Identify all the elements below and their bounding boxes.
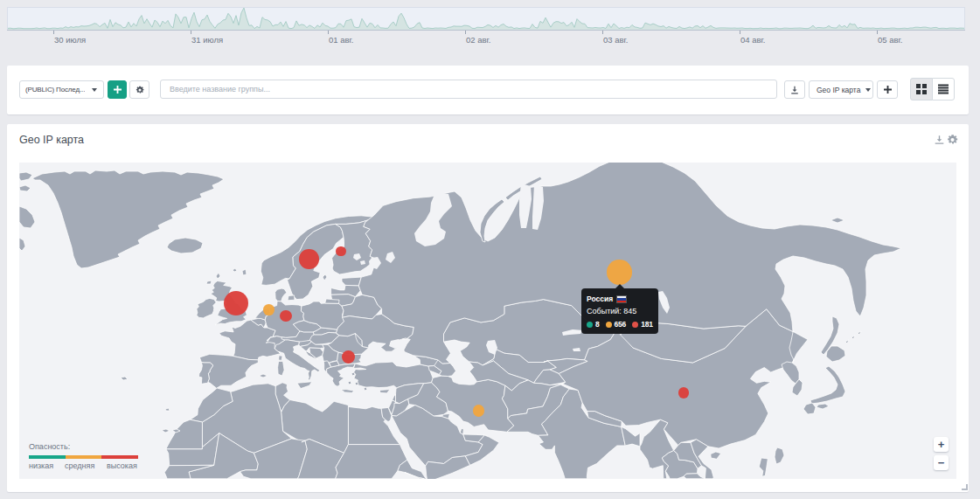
country-taiwan[interactable] [775, 447, 784, 464]
country-azores[interactable] [121, 377, 128, 380]
country-hainan[interactable] [711, 452, 721, 459]
map-bubble-russia[interactable] [607, 260, 632, 285]
map-bubble-germany[interactable] [280, 310, 292, 322]
page: {"page":{"background":"#e9eaee"},"timeli… [0, 0, 980, 499]
country-wsahara[interactable] [166, 419, 202, 449]
country-kaliningrad[interactable] [325, 299, 339, 303]
country-nkorea[interactable] [782, 362, 799, 384]
timeline-area-chart [8, 8, 964, 30]
tooltip-count-dot [587, 322, 593, 328]
map-tooltip: Россия Событий: 845 8656181 [581, 288, 658, 334]
list-icon [938, 84, 949, 94]
world-map[interactable]: Россия Событий: 845 8656181 Опасность: н… [19, 163, 956, 479]
timeline-tick-label: 04 авг. [740, 35, 765, 45]
russia-flag-icon [617, 296, 626, 302]
add-group-button[interactable] [108, 80, 127, 99]
tooltip-count-dot [606, 322, 612, 328]
widget-select-label: Geo IP карта [817, 86, 860, 94]
country-orkney[interactable] [233, 268, 237, 272]
country-iceland[interactable] [167, 238, 203, 253]
country-shetland[interactable] [242, 269, 247, 275]
map-settings-icon[interactable] [947, 134, 958, 146]
list-view-button[interactable] [932, 78, 955, 100]
zoom-out-button[interactable]: − [934, 455, 949, 470]
timeline-tick [191, 31, 191, 34]
tooltip-count-value: 181 [641, 320, 653, 329]
country-sicily[interactable] [297, 382, 312, 389]
country-aegean3[interactable] [355, 382, 358, 385]
download-icon [790, 86, 799, 94]
group-select-dropdown[interactable]: (PUBLIC) Послед... [19, 80, 104, 99]
download-button[interactable] [784, 80, 805, 99]
country-aegean1[interactable] [351, 372, 355, 376]
toolbar: (PUBLIC) Послед... Geo IP карта [7, 66, 969, 114]
country-corsica[interactable] [279, 356, 283, 361]
country-canada2[interactable] [19, 185, 31, 191]
country-zealand[interactable] [288, 295, 295, 301]
timeline-tick-label: 31 июля [191, 35, 223, 45]
map-bubble-netherlands[interactable] [263, 304, 275, 315]
plus-icon [884, 86, 892, 94]
country-canada3[interactable] [19, 206, 35, 228]
map-bubble-iran[interactable] [473, 405, 484, 416]
timeline-tick [602, 31, 603, 34]
country-luzon[interactable] [759, 458, 768, 476]
map-bubble-sweden[interactable] [299, 249, 319, 269]
country-canada4[interactable] [19, 238, 25, 251]
legend-segment-высокая [101, 455, 138, 459]
timeline-tick [53, 31, 54, 34]
country-kuril3[interactable] [858, 331, 861, 335]
grid-view-button[interactable] [910, 78, 933, 100]
timeline-plot[interactable] [7, 7, 965, 31]
country-aegean2[interactable] [348, 381, 351, 385]
map-download-icon[interactable] [935, 135, 944, 145]
geo-ip-map-card: Geo IP карта [7, 124, 969, 492]
country-shikoku[interactable] [817, 404, 829, 409]
legend-labels: низкаясредняявысокая [29, 461, 151, 472]
country-greenland[interactable] [32, 170, 224, 268]
country-balearics[interactable] [259, 374, 268, 378]
country-rhodes[interactable] [364, 387, 367, 391]
country-gotland[interactable] [323, 274, 327, 281]
country-cyprus[interactable] [379, 390, 390, 393]
country-wrangel[interactable] [831, 218, 844, 223]
map-bubble-china[interactable] [678, 387, 690, 399]
legend-label: высокая [107, 461, 137, 470]
timeline-tick-label: 30 июля [54, 35, 86, 45]
country-estonia[interactable] [342, 277, 361, 286]
group-settings-button[interactable] [129, 80, 149, 99]
map-bubble-bulgaria[interactable] [342, 350, 355, 364]
country-canada1[interactable] [19, 172, 32, 181]
timeline-tick [465, 31, 466, 34]
country-madeira[interactable] [165, 408, 170, 411]
timeline-tick-label: 01 авг. [329, 35, 353, 45]
legend-segment-средняя [66, 455, 102, 459]
legend-label: средняя [65, 461, 94, 470]
grid-icon [916, 84, 927, 94]
tooltip-counts: 8656181 [587, 320, 653, 329]
resize-handle-icon[interactable] [962, 484, 968, 490]
country-canary1[interactable] [162, 429, 170, 433]
country-sardinia[interactable] [278, 361, 285, 376]
country-hebrides[interactable] [216, 273, 220, 279]
country-ireland[interactable] [197, 298, 216, 318]
country-faroe[interactable] [206, 281, 212, 284]
country-honshu[interactable] [810, 366, 845, 404]
country-crete[interactable] [341, 390, 354, 393]
country-kyushu[interactable] [803, 403, 816, 414]
chevron-down-icon [865, 88, 871, 92]
map-bubble-finland[interactable] [336, 246, 345, 256]
country-kuril1[interactable] [845, 340, 849, 343]
country-sudan[interactable] [336, 445, 407, 479]
add-widget-button[interactable] [877, 80, 898, 99]
zoom-in-button[interactable]: + [934, 437, 949, 452]
country-cambodia[interactable] [684, 474, 705, 479]
timeline-axis [7, 30, 965, 31]
group-name-input[interactable] [160, 80, 777, 99]
country-kuril2[interactable] [851, 336, 855, 339]
timeline-tick [740, 31, 740, 34]
country-denmark[interactable] [275, 288, 287, 301]
timeline-tick [328, 31, 329, 34]
widget-select-dropdown[interactable]: Geo IP карта [809, 80, 873, 99]
timeline[interactable]: 30 июля31 июля01 авг.02 авг.03 авг.04 ав… [7, 7, 965, 44]
